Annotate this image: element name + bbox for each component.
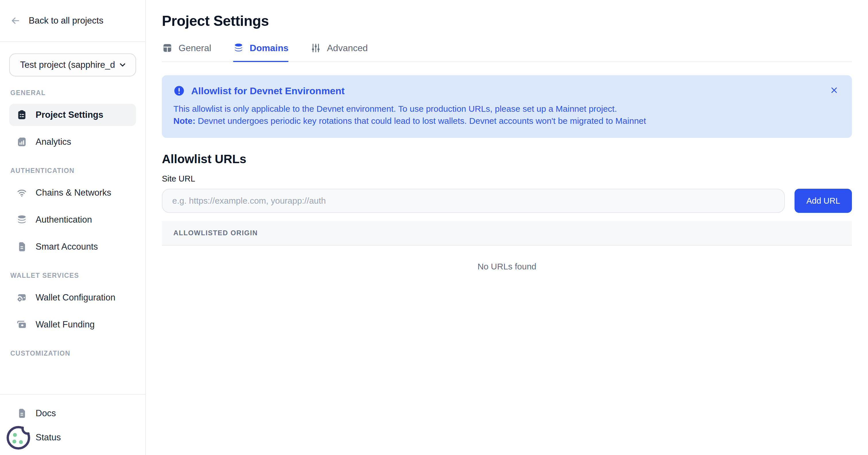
project-selector-value: Test project (sapphire_d — [20, 60, 115, 70]
sidebar-nav: Test project (sapphire_d GENERAL — [0, 42, 145, 367]
wifi-icon — [16, 187, 28, 199]
allowlist-table-header: ALLOWLISTED ORIGIN — [162, 221, 852, 246]
section-label-authentication: AUTHENTICATION — [10, 167, 136, 175]
sidebar-item-wallet-funding[interactable]: Wallet Funding — [9, 313, 136, 336]
tab-label: Advanced — [327, 43, 368, 53]
devnet-allowlist-banner: Allowlist for Devnet Environment This al… — [162, 75, 852, 138]
sidebar-item-label: Smart Accounts — [36, 241, 98, 252]
banner-note-label: Note: — [174, 116, 195, 125]
grid-icon — [162, 42, 173, 53]
sidebar-item-authentication[interactable]: Authentication — [9, 208, 136, 231]
tab-domains[interactable]: Domains — [233, 42, 288, 61]
tab-general[interactable]: General — [162, 42, 211, 61]
sliders-icon — [310, 42, 321, 53]
sidebar-item-docs[interactable]: Docs — [9, 402, 136, 425]
sidebar-item-wallet-configuration[interactable]: Wallet Configuration — [9, 286, 136, 309]
section-label-customization: CUSTOMIZATION — [10, 349, 136, 357]
sidebar-item-smart-accounts[interactable]: Smart Accounts — [9, 235, 136, 258]
sidebar-item-chains-networks[interactable]: Chains & Networks — [9, 181, 136, 204]
chart-icon — [16, 136, 28, 148]
page-title: Project Settings — [162, 12, 852, 29]
section-label-general: GENERAL — [10, 89, 136, 97]
sidebar-item-label: Wallet Funding — [36, 319, 95, 330]
banner-body-text: This allowlist is only applicable to the… — [174, 103, 840, 115]
cookie-widget-icon[interactable] — [5, 423, 33, 451]
tab-advanced[interactable]: Advanced — [310, 42, 368, 61]
project-selector[interactable]: Test project (sapphire_d — [9, 53, 136, 77]
wallet-gear-icon — [16, 291, 28, 304]
sidebar-item-label: Wallet Configuration — [36, 292, 115, 303]
chevron-down-icon — [118, 61, 127, 69]
banner-note: Note: Devnet undergoes periodic key rota… — [174, 115, 840, 127]
sidebar: Back to all projects Test project (sapph… — [0, 0, 146, 455]
close-icon[interactable] — [828, 84, 840, 96]
site-url-input[interactable] — [162, 189, 785, 213]
sidebar-spacer — [0, 367, 145, 394]
tab-label: General — [179, 43, 211, 53]
allowlist-heading: Allowlist URLs — [162, 152, 852, 166]
add-url-button[interactable]: Add URL — [795, 189, 852, 213]
wallet-card-icon — [16, 318, 28, 331]
main-content: Project Settings General — [146, 0, 868, 455]
back-label: Back to all projects — [29, 16, 103, 26]
empty-state-text: No URLs found — [162, 246, 852, 283]
document-icon — [16, 407, 28, 420]
sidebar-item-label: Project Settings — [36, 110, 103, 120]
sidebar-item-label: Docs — [36, 408, 56, 419]
column-header-allowlisted-origin: ALLOWLISTED ORIGIN — [174, 229, 258, 237]
sidebar-item-label: Analytics — [36, 137, 71, 147]
document-icon — [16, 240, 28, 253]
banner-note-text: Devnet undergoes periodic key rotations … — [195, 116, 646, 125]
database-icon — [16, 214, 28, 226]
site-url-label: Site URL — [162, 174, 852, 183]
database-icon — [233, 42, 244, 53]
banner-title: Allowlist for Devnet Environment — [191, 85, 345, 96]
section-label-wallet-services: WALLET SERVICES — [10, 272, 136, 280]
info-icon — [174, 85, 185, 96]
back-arrow-icon — [10, 15, 21, 26]
sidebar-item-project-settings[interactable]: Project Settings — [9, 104, 136, 126]
sidebar-item-label: Chains & Networks — [36, 188, 112, 198]
page: Back to all projects Test project (sapph… — [0, 0, 868, 455]
tab-label: Domains — [250, 43, 288, 53]
sidebar-item-branding[interactable]: Branding — [9, 364, 136, 367]
back-to-projects-link[interactable]: Back to all projects — [0, 0, 145, 42]
clipboard-icon — [16, 109, 28, 121]
sidebar-item-analytics[interactable]: Analytics — [9, 131, 136, 153]
sidebar-item-label: Authentication — [36, 215, 92, 225]
sidebar-item-label: Status — [36, 432, 61, 443]
tab-bar: General Domains — [162, 42, 852, 62]
